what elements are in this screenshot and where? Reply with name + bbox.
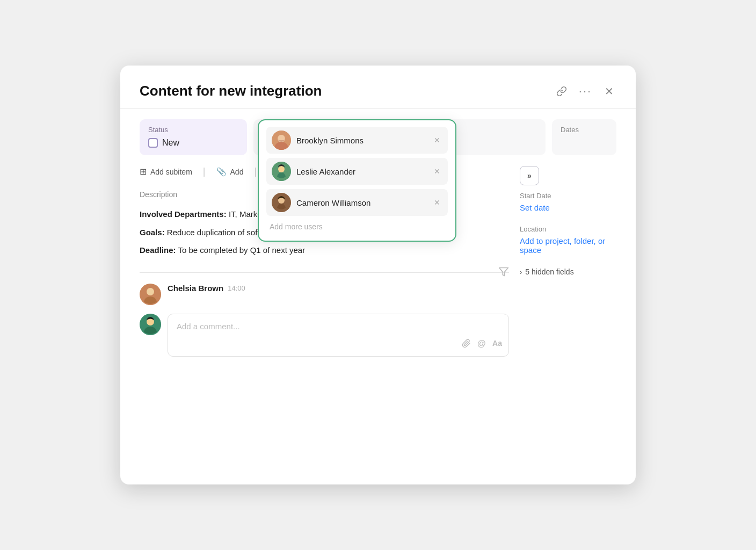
toolbar-separator-2: | <box>254 166 257 177</box>
assignee-item-brooklyn: Brooklyn Simmons ✕ <box>266 127 448 154</box>
right-panel: » Start Date Set date Location Add to pr… <box>509 166 616 357</box>
close-icon[interactable]: ✕ <box>601 84 616 99</box>
location-section: Location Add to project, folder, or spac… <box>520 225 616 255</box>
remove-cameron-button[interactable]: ✕ <box>432 197 442 208</box>
filter-icon[interactable] <box>498 266 509 280</box>
modal-container: Content for new integration ··· ✕ Status… <box>120 66 636 484</box>
header-divider <box>120 108 636 108</box>
status-text: New <box>162 138 179 148</box>
hidden-fields-toggle[interactable]: › 5 hidden fields <box>520 267 616 276</box>
comment-input-box[interactable]: Add a comment... @ Aa <box>168 314 509 357</box>
start-date-section: Start Date Set date <box>520 192 616 212</box>
comment-meta: Chelsia Brown 14:00 <box>168 284 245 293</box>
add-label: Add <box>230 168 244 176</box>
avatar-leslie <box>272 162 291 181</box>
assignee-name-leslie: Leslie Alexander <box>296 167 426 176</box>
expand-button[interactable]: » <box>520 166 539 185</box>
comment-format-icon[interactable]: Aa <box>492 339 502 351</box>
toolbar-separator-1: | <box>203 166 206 177</box>
dates-field[interactable]: Dates <box>552 119 616 155</box>
comment-attachment-icon[interactable] <box>462 339 471 351</box>
status-field[interactable]: Status New <box>140 119 247 155</box>
comment-entry: Chelsia Brown 14:00 <box>140 284 509 305</box>
avatar-commenter <box>140 314 161 335</box>
add-subitem-button[interactable]: ⊞ Add subitem <box>140 167 192 177</box>
status-value: New <box>148 138 238 148</box>
comment-input-row: Add a comment... @ Aa <box>140 314 509 357</box>
assignee-item-cameron: Cameron Williamson ✕ <box>266 189 448 216</box>
commenter-name: Chelsia Brown <box>168 284 223 293</box>
chevron-right-icon: › <box>520 268 522 276</box>
start-date-label: Start Date <box>520 192 616 200</box>
add-attachment-button[interactable]: 📎 Add <box>216 167 244 177</box>
remove-leslie-button[interactable]: ✕ <box>432 166 442 177</box>
assignee-item-leslie: Leslie Alexander ✕ <box>266 158 448 185</box>
commenter-time: 14:00 <box>228 284 245 292</box>
location-value[interactable]: Add to project, folder, or space <box>520 236 616 255</box>
header-actions: ··· ✕ <box>554 84 616 99</box>
assignee-name-cameron: Cameron Williamson <box>296 198 426 207</box>
avatar-brooklyn <box>272 131 291 150</box>
subitem-icon: ⊞ <box>140 167 147 177</box>
comment-meta-box: Chelsia Brown 14:00 <box>168 284 245 293</box>
remove-brooklyn-button[interactable]: ✕ <box>432 135 442 146</box>
deadline-value: To be completed by Q1 of next year <box>176 245 306 255</box>
status-checkbox[interactable] <box>148 138 158 148</box>
status-label: Status <box>148 126 238 134</box>
comment-divider <box>140 272 509 273</box>
comment-mention-icon[interactable]: @ <box>477 339 486 351</box>
departments-bold-label: Involved Departments: <box>140 209 227 219</box>
avatar-chelsia <box>140 284 161 305</box>
add-more-users-button[interactable]: Add more users <box>266 220 448 233</box>
add-subitem-label: Add subitem <box>150 168 192 176</box>
expand-icon: » <box>527 171 532 180</box>
more-icon[interactable]: ··· <box>578 84 593 99</box>
description-deadline: Deadline: To be completed by Q1 of next … <box>140 243 509 257</box>
assignee-name-brooklyn: Brooklyn Simmons <box>296 136 426 145</box>
avatar-cameron <box>272 193 291 212</box>
fields-row: Status New Assignee Dates <box>140 119 616 155</box>
assignee-dropdown: Brooklyn Simmons ✕ Leslie Alexander ✕ <box>258 119 456 242</box>
location-label: Location <box>520 225 616 233</box>
comment-input-icons: @ Aa <box>462 339 502 351</box>
modal-header: Content for new integration ··· ✕ <box>140 83 616 99</box>
modal-title: Content for new integration <box>140 83 322 99</box>
attachment-icon: 📎 <box>216 167 227 177</box>
link-icon[interactable] <box>554 84 569 99</box>
goals-bold-label: Goals: <box>140 228 165 237</box>
svg-point-5 <box>278 166 285 172</box>
deadline-bold-label: Deadline: <box>140 245 176 255</box>
hidden-fields-label: 5 hidden fields <box>525 267 573 276</box>
svg-point-10 <box>147 288 154 295</box>
comment-placeholder: Add a comment... <box>177 322 240 331</box>
dates-label: Dates <box>561 126 608 134</box>
svg-marker-8 <box>499 267 508 276</box>
start-date-value[interactable]: Set date <box>520 203 616 212</box>
